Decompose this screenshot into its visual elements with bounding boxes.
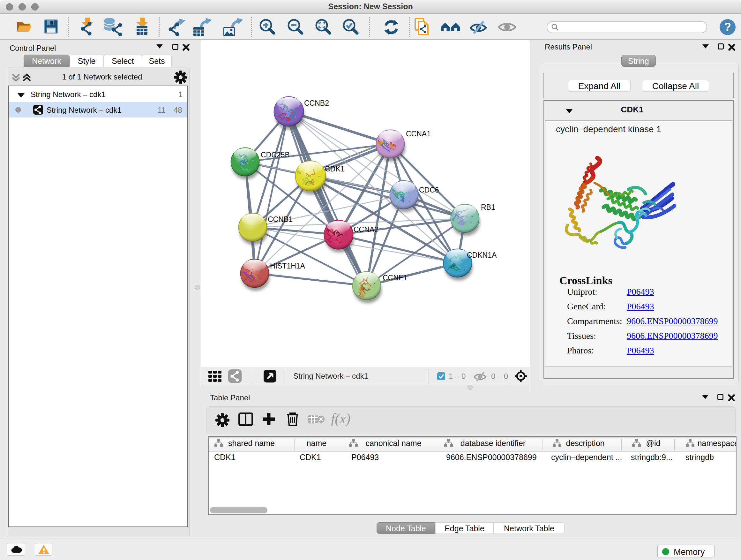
svg-text:CCNA2: CCNA2 xyxy=(354,226,379,234)
svg-text:CDC6: CDC6 xyxy=(419,186,439,194)
svg-text:RB1: RB1 xyxy=(481,203,495,211)
svg-text:CCNA1: CCNA1 xyxy=(406,130,431,138)
svg-text:HIST1H1A: HIST1H1A xyxy=(270,262,306,270)
svg-text:CDKN1A: CDKN1A xyxy=(467,251,497,259)
svg-text:CCNB2: CCNB2 xyxy=(304,99,329,107)
svg-text:CCNB1: CCNB1 xyxy=(268,215,293,224)
svg-text:CDC25B: CDC25B xyxy=(261,151,290,159)
svg-text:CDK1: CDK1 xyxy=(325,165,344,173)
svg-text:CCNE1: CCNE1 xyxy=(383,273,408,282)
